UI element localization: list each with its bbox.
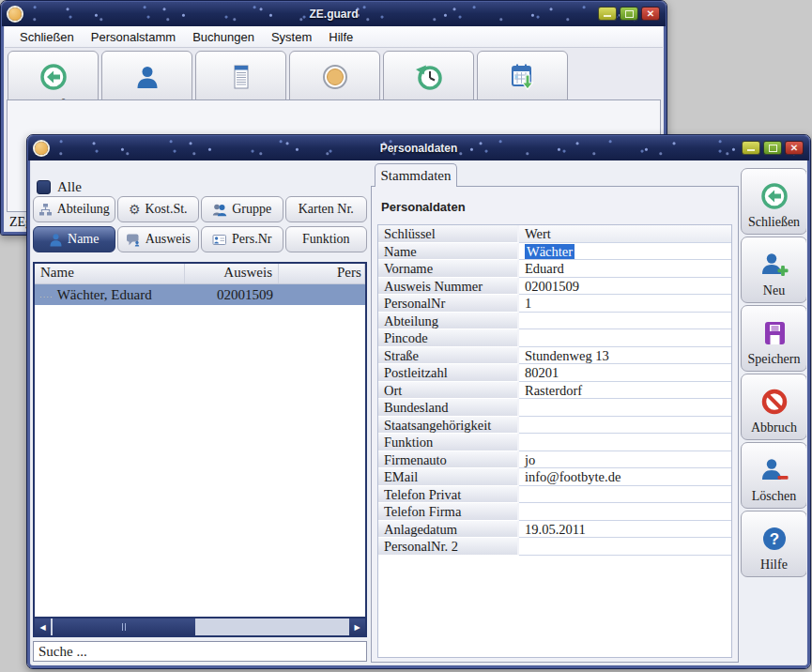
filter-button-label: Ausweis [146,232,191,247]
group-icon [212,203,227,217]
scroll-left-arrow-icon[interactable]: ◀ [35,619,51,635]
checkpoint-circle-icon [320,63,350,91]
bookings-list-icon [226,63,256,91]
schliessen-button[interactable]: Schließen [741,168,806,235]
action-button-label: Speichern [748,352,801,367]
speichern-button[interactable]: Speichern [741,305,806,372]
loeschen-button[interactable]: Löschen [741,442,806,509]
property-table-header: Schlüssel Wert [378,225,731,243]
filter-funktion-button[interactable]: Funktion [285,226,368,252]
property-table: Schlüssel Wert Name Wächter Vorname Edua… [377,224,732,658]
alle-checkbox[interactable] [37,180,51,194]
property-value-cell[interactable]: 1 [519,295,731,313]
action-button-label: Löschen [752,489,796,504]
action-button-label: Abbruch [751,420,797,435]
property-row: Anlagedatum 19.05.2011 [378,521,731,539]
property-row: Abteilung [378,313,731,330]
column-header-pers[interactable]: Pers [279,264,365,283]
property-row: Firmenauto jo [378,451,731,469]
id-card-icon [212,233,227,247]
minimize-button[interactable] [742,141,760,155]
menu-system[interactable]: System [264,28,319,46]
property-row: Telefon Privat [378,486,731,504]
org-chart-icon [38,203,53,217]
filter-name-button[interactable]: Name [33,226,115,252]
back-arrow-icon [38,63,69,91]
help-icon: ? [759,525,789,553]
filter-ausweis-button[interactable]: Ausweis [117,226,200,252]
property-key: Ort [378,382,519,400]
property-value-cell[interactable]: jo [519,451,731,469]
value-column-header[interactable]: Wert [519,225,731,243]
app-icon [35,142,48,155]
column-header-name[interactable]: Name [35,264,185,283]
column-header-ausweis[interactable]: Ausweis [185,264,279,283]
property-value-cell[interactable] [519,486,731,504]
property-key: Straße [378,347,519,365]
property-value-cell[interactable]: Rasterdorf [519,382,731,400]
maximize-button[interactable] [763,141,782,155]
dialog-body: Alle Abteilung ⚙ Kost.St. Gruppe Karten … [31,160,806,664]
menu-personalstamm[interactable]: Personalstamm [84,28,183,46]
property-value-cell[interactable]: Stundenweg 13 [519,347,731,365]
key-column-header[interactable]: Schlüssel [378,225,519,243]
property-value-cell[interactable]: 19.05.2011 [519,521,731,539]
scrollbar-thumb[interactable] [53,619,195,635]
property-value-cell[interactable]: Wächter [519,243,731,261]
neu-button[interactable]: Neu [741,237,806,303]
filter-abteilung-button[interactable]: Abteilung [33,196,115,222]
minimize-button[interactable] [598,7,617,21]
filter-kartennr-button[interactable]: Karten Nr. [285,196,368,222]
abbruch-button[interactable]: Abbruch [741,374,806,440]
action-button-label: Neu [763,283,785,298]
property-row: PersonalNr. 2 [378,538,731,556]
personnel-list-row[interactable]: ····Wächter, Eduard 02001509 [35,284,365,305]
main-titlebar[interactable]: ZE.guard ✕ [2,2,666,26]
scroll-right-arrow-icon[interactable]: ▶ [349,619,365,635]
action-button-column: Schließen Neu Speichern Abbruch [741,168,806,577]
close-button[interactable]: ✕ [641,7,660,21]
property-value-cell[interactable] [519,434,731,451]
action-button-label: Hilfe [760,557,788,573]
property-value-cell[interactable] [519,329,731,347]
property-row: Name Wächter [378,243,731,261]
filter-gruppe-button[interactable]: Gruppe [201,196,283,222]
tree-expander-icon[interactable]: ···· [39,293,54,301]
property-value-cell[interactable] [519,503,731,521]
property-value-cell[interactable] [519,538,731,556]
menubar: Schließen Personalstamm Buchungen System… [5,26,663,48]
menu-buchungen[interactable]: Buchungen [185,28,262,46]
search-input[interactable] [33,641,367,662]
property-value-cell[interactable]: 80201 [519,364,731,382]
horizontal-scrollbar[interactable]: ◀ ▶ [35,617,365,635]
calendar-download-icon [507,63,539,91]
close-button[interactable]: ✕ [785,141,804,155]
filter-button-grid: Abteilung ⚙ Kost.St. Gruppe Karten Nr. N… [33,196,367,252]
list-header: Name Ausweis Pers [35,264,365,284]
filter-persnr-button[interactable]: Pers.Nr [201,226,283,252]
property-value-cell[interactable]: info@footbyte.de [519,468,731,486]
section-title: Personaldaten [381,200,466,214]
gear-icon: ⚙ [129,203,141,216]
filter-button-label: Abteilung [57,202,110,217]
property-key: Bundesland [378,399,519,417]
menu-schliessen[interactable]: Schließen [12,28,82,46]
property-row: Funktion [378,434,731,451]
filter-kostst-button[interactable]: ⚙ Kost.St. [117,196,200,222]
person-icon [132,63,162,91]
maximize-button[interactable] [620,7,638,21]
property-row: PersonalNr 1 [378,295,731,313]
property-value-cell[interactable] [519,417,731,435]
property-value-cell[interactable]: 02001509 [519,278,731,296]
dialog-titlebar[interactable]: Personaldaten ✕ [28,136,809,160]
personaldaten-window: Personaldaten ✕ Alle Abteilung ⚙ Kost.St… [26,134,811,669]
property-value-cell[interactable] [519,313,731,330]
menu-hilfe[interactable]: Hilfe [321,28,360,46]
property-key: PersonalNr. 2 [378,538,519,556]
property-value-cell[interactable] [519,399,731,417]
hilfe-button[interactable]: ? Hilfe [741,511,806,577]
property-row: Ausweis Nummer 02001509 [378,278,731,296]
tab-stammdaten[interactable]: Stammdaten [375,163,457,187]
filter-button-label: Pers.Nr [232,232,271,247]
property-value-cell[interactable]: Eduard [519,260,731,278]
